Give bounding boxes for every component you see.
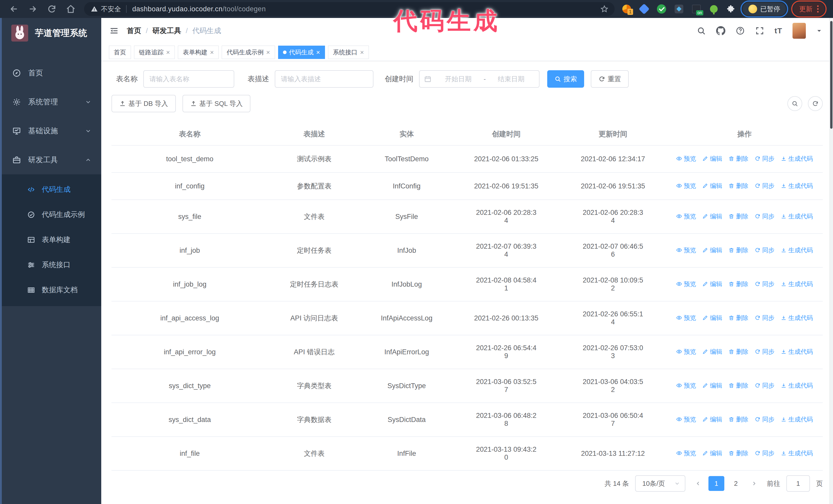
- action-sync[interactable]: 同步: [755, 182, 775, 190]
- fullscreen-icon[interactable]: [755, 26, 764, 35]
- action-eye[interactable]: 预览: [676, 182, 696, 190]
- action-delete[interactable]: 删除: [729, 449, 748, 457]
- prev-page-button[interactable]: [691, 476, 705, 491]
- action-edit[interactable]: 编辑: [702, 314, 722, 322]
- table-desc-input[interactable]: [275, 70, 374, 88]
- action-sync[interactable]: 同步: [755, 246, 775, 254]
- action-delete[interactable]: 删除: [729, 212, 748, 220]
- sidebar-item-gear[interactable]: 系统管理: [0, 88, 101, 116]
- extension-shield-check-icon[interactable]: [657, 4, 666, 14]
- sidebar-subitem-db-table[interactable]: 数据库文档: [0, 278, 101, 303]
- tab-1[interactable]: 链路追踪×: [134, 46, 175, 59]
- action-edit[interactable]: 编辑: [702, 347, 722, 356]
- show-search-button[interactable]: [787, 96, 802, 111]
- action-delete[interactable]: 删除: [729, 246, 748, 254]
- page-scrollbar[interactable]: [829, 18, 833, 504]
- sidebar-item-home[interactable]: 首页: [0, 58, 101, 88]
- action-download[interactable]: 生成代码: [781, 415, 813, 424]
- action-eye[interactable]: 预览: [676, 415, 696, 424]
- extension-icon[interactable]: on: [691, 4, 701, 14]
- action-edit[interactable]: 编辑: [702, 415, 722, 424]
- tab-0[interactable]: 首页: [109, 46, 131, 59]
- scrollbar-thumb[interactable]: [830, 21, 832, 129]
- action-sync[interactable]: 同步: [755, 347, 775, 356]
- action-eye[interactable]: 预览: [676, 381, 696, 390]
- action-edit[interactable]: 编辑: [702, 449, 722, 457]
- action-download[interactable]: 生成代码: [781, 280, 813, 288]
- goto-page-input[interactable]: [786, 475, 810, 492]
- extension-icon[interactable]: 1: [622, 4, 632, 14]
- action-eye[interactable]: 预览: [676, 449, 696, 457]
- action-edit[interactable]: 编辑: [702, 280, 722, 288]
- next-page-button[interactable]: [747, 476, 761, 491]
- action-eye[interactable]: 预览: [676, 280, 696, 288]
- action-download[interactable]: 生成代码: [781, 182, 813, 190]
- chevron-down-icon[interactable]: [816, 28, 822, 34]
- search-button[interactable]: 搜索: [547, 70, 584, 88]
- close-icon[interactable]: ×: [266, 49, 270, 56]
- avatar[interactable]: [792, 23, 806, 39]
- action-edit[interactable]: 编辑: [702, 182, 722, 190]
- action-delete[interactable]: 删除: [729, 415, 748, 424]
- action-edit[interactable]: 编辑: [702, 154, 722, 163]
- action-sync[interactable]: 同步: [755, 154, 775, 163]
- browser-update-button[interactable]: 更新: [793, 2, 824, 16]
- action-eye[interactable]: 预览: [676, 212, 696, 220]
- action-eye[interactable]: 预览: [676, 246, 696, 254]
- tab-4[interactable]: 代码生成×: [278, 46, 325, 59]
- tab-2[interactable]: 表单构建×: [178, 46, 219, 59]
- tab-5[interactable]: 系统接口×: [328, 46, 369, 59]
- action-download[interactable]: 生成代码: [781, 381, 813, 390]
- extension-icon[interactable]: [639, 4, 649, 14]
- import-db-button[interactable]: 基于 DB 导入: [112, 95, 176, 112]
- sidebar-item-briefcase[interactable]: 研发工具: [0, 145, 101, 174]
- close-icon[interactable]: ×: [210, 49, 214, 56]
- action-eye[interactable]: 预览: [676, 347, 696, 356]
- url-bar[interactable]: 不安全 dashboard.yudao.iocoder.cn/tool/code…: [84, 2, 615, 16]
- action-download[interactable]: 生成代码: [781, 347, 813, 356]
- action-delete[interactable]: 删除: [729, 314, 748, 322]
- close-icon[interactable]: ×: [316, 49, 320, 56]
- action-edit[interactable]: 编辑: [702, 381, 722, 390]
- extension-icon[interactable]: [674, 4, 684, 14]
- url-text[interactable]: dashboard.yudao.iocoder.cn/tool/codegen: [132, 5, 266, 13]
- close-icon[interactable]: ×: [166, 49, 170, 56]
- action-download[interactable]: 生成代码: [781, 246, 813, 254]
- page-size-select[interactable]: 10条/页: [635, 475, 685, 492]
- sidebar-subitem-check-circle[interactable]: 代码生成示例: [0, 202, 101, 227]
- page-button-2[interactable]: 2: [728, 476, 744, 491]
- action-sync[interactable]: 同步: [755, 415, 775, 424]
- action-edit[interactable]: 编辑: [702, 246, 722, 254]
- page-button-1[interactable]: 1: [709, 476, 724, 491]
- end-date-placeholder[interactable]: 结束日期: [488, 75, 534, 83]
- date-range-picker[interactable]: 开始日期 - 结束日期: [419, 70, 540, 88]
- action-sync[interactable]: 同步: [755, 314, 775, 322]
- action-delete[interactable]: 删除: [729, 347, 748, 356]
- action-eye[interactable]: 预览: [676, 154, 696, 163]
- browser-menu-icon[interactable]: [817, 5, 819, 13]
- action-download[interactable]: 生成代码: [781, 449, 813, 457]
- breadcrumb-item[interactable]: 首页: [127, 26, 141, 35]
- sidebar-subitem-code[interactable]: 代码生成: [0, 177, 101, 202]
- action-sync[interactable]: 同步: [755, 449, 775, 457]
- refresh-table-button[interactable]: [808, 96, 823, 111]
- help-icon[interactable]: [736, 26, 745, 35]
- action-delete[interactable]: 删除: [729, 381, 748, 390]
- action-edit[interactable]: 编辑: [702, 212, 722, 220]
- sidebar-subitem-form[interactable]: 表单构建: [0, 227, 101, 252]
- start-date-placeholder[interactable]: 开始日期: [435, 75, 482, 83]
- action-delete[interactable]: 删除: [729, 154, 748, 163]
- extensions-puzzle-icon[interactable]: [727, 5, 735, 13]
- back-icon[interactable]: [9, 4, 19, 14]
- import-sql-button[interactable]: 基于 SQL 导入: [183, 95, 251, 112]
- action-download[interactable]: 生成代码: [781, 154, 813, 163]
- github-icon[interactable]: [716, 26, 725, 35]
- forward-icon[interactable]: [28, 4, 38, 14]
- table-name-input[interactable]: [143, 70, 234, 88]
- tab-3[interactable]: 代码生成示例×: [222, 46, 275, 59]
- sidebar-item-monitor[interactable]: 基础设施: [0, 116, 101, 145]
- security-label[interactable]: 不安全: [101, 5, 121, 14]
- collapse-sidebar-icon[interactable]: [109, 26, 119, 35]
- action-eye[interactable]: 预览: [676, 314, 696, 322]
- reload-icon[interactable]: [47, 4, 56, 14]
